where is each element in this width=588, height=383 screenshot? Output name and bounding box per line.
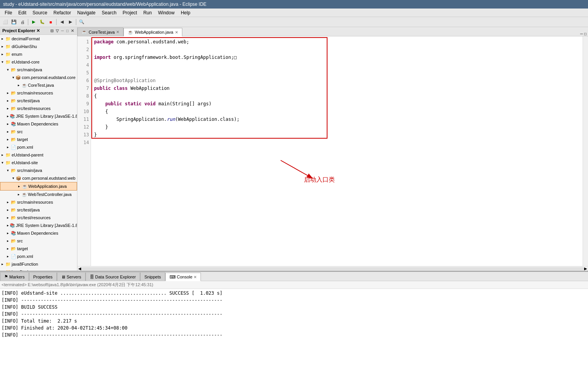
expand-arrow-enum[interactable]: ▸ <box>2 51 5 58</box>
expand-arrow-java8Function[interactable]: ▸ <box>2 261 5 268</box>
toolbar-search[interactable]: 🔍 <box>78 18 86 26</box>
sidebar-item-jsonStudy[interactable]: ▸📁jsonStudy <box>0 268 77 271</box>
expand-arrow-jre-site[interactable]: ▸ <box>7 222 9 229</box>
expand-arrow-WebApplication[interactable]: ▸ <box>18 183 21 190</box>
sidebar-item-pom-core[interactable]: ▸📄pom.xml <box>0 143 77 151</box>
tab-coretest[interactable]: ☕ CoreTest.java ✕ <box>77 27 123 36</box>
editor-minimize-icon[interactable]: ─ <box>580 32 583 36</box>
expand-arrow-eUdstand-site[interactable]: ▾ <box>2 159 5 166</box>
sidebar-item-src-main-java-core[interactable]: ▾📂src/main/java <box>0 66 77 74</box>
tab-properties[interactable]: Properties <box>29 272 57 281</box>
sidebar-item-jre-core[interactable]: ▸📚JRE System Library [JavaSE-1.8] <box>0 112 77 120</box>
sidebar-item-src-test-java-site[interactable]: ▸📂src/test/java <box>0 206 77 214</box>
right-scrollbar[interactable] <box>583 36 588 266</box>
console-close[interactable]: ✕ <box>194 275 197 279</box>
tab-markers[interactable]: ⚑ Markers <box>0 272 29 281</box>
expand-arrow-eUdstand-parent[interactable]: ▸ <box>2 151 5 158</box>
toolbar-debug[interactable]: 🐛 <box>38 18 46 26</box>
expand-arrow-diGuiHanShu[interactable]: ▸ <box>2 43 5 50</box>
expand-arrow-src-main-resources-core[interactable]: ▸ <box>7 89 10 96</box>
sidebar-item-src-core[interactable]: ▸📂src <box>0 128 77 136</box>
expand-arrow-pom-site[interactable]: ▸ <box>7 253 10 260</box>
expand-arrow-src-test-java-site[interactable]: ▸ <box>7 206 10 213</box>
expand-arrow-com-personal-web[interactable]: ▾ <box>12 175 15 182</box>
scroll-left-icon[interactable]: ◀ <box>78 266 81 271</box>
expand-arrow-src-main-java-core[interactable]: ▾ <box>7 66 10 73</box>
menu-navigate[interactable]: Navigate <box>74 9 98 16</box>
tab-servers[interactable]: 🖥 Servers <box>57 272 86 281</box>
expand-arrow-src-main-java-site[interactable]: ▾ <box>7 167 10 174</box>
sidebar-content[interactable]: ▸📁decimalFormat▸📁diGuiHanShu▸📁enum▾📁eUds… <box>0 35 77 271</box>
tab-coretest-close[interactable]: ✕ <box>116 30 119 34</box>
sidebar-item-com-personal-core[interactable]: ▾📦com.personal.eudstand.core <box>0 74 77 81</box>
sidebar-item-jre-site[interactable]: ▸📚JRE System Library [JavaSE-1.8] <box>0 222 77 229</box>
menu-search[interactable]: Search <box>99 9 120 16</box>
sidebar-item-target-site[interactable]: ▸📂target <box>0 245 77 252</box>
sidebar-item-WebTestController[interactable]: ▸☕WebTestController.java <box>0 191 77 198</box>
sidebar-maximize[interactable]: □ <box>65 28 69 33</box>
expand-arrow-src-test-resources-site[interactable]: ▸ <box>7 214 10 221</box>
sidebar-collapse-all[interactable]: ⊟ <box>50 28 54 33</box>
expand-arrow-maven-site[interactable]: ▸ <box>7 230 10 237</box>
expand-arrow-target-site[interactable]: ▸ <box>7 245 10 252</box>
expand-arrow-src-core[interactable]: ▸ <box>7 128 10 135</box>
editor-scrollbar[interactable]: ◀ ▶ <box>77 266 588 271</box>
expand-arrow-com-personal-core[interactable]: ▾ <box>12 74 15 81</box>
expand-arrow-WebTestController[interactable]: ▸ <box>18 191 21 198</box>
expand-arrow-jre-core[interactable]: ▸ <box>7 113 9 120</box>
sidebar-item-target-core[interactable]: ▸📂target <box>0 136 77 143</box>
sidebar-item-maven-site[interactable]: ▸📚Maven Dependencies <box>0 229 77 237</box>
scroll-track[interactable] <box>81 267 584 270</box>
expand-arrow-src-main-resources-site[interactable]: ▸ <box>7 199 10 206</box>
sidebar-item-enum[interactable]: ▸📁enum <box>0 50 77 58</box>
toolbar-run[interactable]: ▶ <box>30 18 38 26</box>
menu-run[interactable]: Run <box>140 9 155 16</box>
expand-arrow-CoreTest[interactable]: ▸ <box>18 82 21 89</box>
expand-arrow-src-test-java-core[interactable]: ▸ <box>7 97 10 104</box>
editor-maximize-icon[interactable]: □ <box>584 32 586 36</box>
toolbar-stop[interactable]: ■ <box>47 18 55 26</box>
sidebar-item-eUdstand-site[interactable]: ▾📁eUdstand-site <box>0 159 77 167</box>
sidebar-item-diGuiHanShu[interactable]: ▸📁diGuiHanShu <box>0 43 77 50</box>
sidebar-item-src-test-resources-site[interactable]: ▸📂src/test/resources <box>0 214 77 222</box>
toolbar-back[interactable]: ◀ <box>58 18 66 26</box>
menu-project[interactable]: Project <box>120 9 140 16</box>
sidebar-item-CoreTest[interactable]: ▸☕CoreTest.java <box>0 81 77 89</box>
sidebar-item-eUdstand-core[interactable]: ▾📁eUdstand-core <box>0 58 77 66</box>
expand-arrow-decimalFormat[interactable]: ▸ <box>2 35 5 42</box>
sidebar-item-pom-site[interactable]: ▸📄pom.xml <box>0 252 77 260</box>
sidebar-menu[interactable]: ▽ <box>55 28 60 33</box>
tab-webapplication-close[interactable]: ✕ <box>175 30 178 34</box>
sidebar-item-eUdstand-parent[interactable]: ▸📁eUdstand-parent <box>0 151 77 159</box>
sidebar-item-maven-core[interactable]: ▸📚Maven Dependencies <box>0 120 77 128</box>
menu-help[interactable]: Help <box>178 9 194 16</box>
menu-window[interactable]: Window <box>155 9 178 16</box>
menu-source[interactable]: Source <box>29 9 50 16</box>
tab-console[interactable]: ⌨ Console ✕ <box>165 273 201 281</box>
sidebar-item-src-test-java-core[interactable]: ▸📂src/test/java <box>0 97 77 105</box>
expand-arrow-eUdstand-core[interactable]: ▾ <box>2 58 5 65</box>
expand-arrow-maven-core[interactable]: ▸ <box>7 120 10 127</box>
sidebar-item-src-test-resources-core[interactable]: ▸📂src/test/resources <box>0 105 77 112</box>
sidebar-item-src-main-resources-core[interactable]: ▸📂src/main/resources <box>0 89 77 97</box>
sidebar-item-com-personal-web[interactable]: ▾📦com.personal.eudstand.web <box>0 174 77 182</box>
expand-arrow-src-test-resources-core[interactable]: ▸ <box>7 105 10 112</box>
sidebar-item-src-main-resources-site[interactable]: ▸📂src/main/resources <box>0 198 77 206</box>
toolbar-forward[interactable]: ▶ <box>67 18 74 26</box>
tab-datasource[interactable]: 🗄 Data Source Explorer <box>86 272 140 281</box>
code-area[interactable]: package com.personal.eudstand.web; impor… <box>91 36 583 266</box>
sidebar-item-src-site[interactable]: ▸📂src <box>0 237 77 245</box>
sidebar-item-WebApplication[interactable]: ▸☕WebApplication.java <box>0 182 77 191</box>
tab-webapplication[interactable]: ☕ WebApplication.java ✕ <box>123 28 182 36</box>
toolbar-save[interactable]: 💾 <box>10 18 18 26</box>
toolbar-print[interactable]: 🖨 <box>19 18 26 26</box>
sidebar-item-decimalFormat[interactable]: ▸📁decimalFormat <box>0 35 77 43</box>
scroll-right-icon[interactable]: ▶ <box>584 266 587 271</box>
expand-arrow-pom-core[interactable]: ▸ <box>7 144 10 151</box>
expand-arrow-target-core[interactable]: ▸ <box>7 136 10 143</box>
sidebar-item-src-main-java-site[interactable]: ▾📂src/main/java <box>0 167 77 174</box>
toolbar-new[interactable]: ⬜ <box>2 18 9 26</box>
sidebar-minimize[interactable]: ─ <box>60 28 65 33</box>
tab-snippets[interactable]: Snippets <box>140 272 165 281</box>
menu-edit[interactable]: Edit <box>15 9 29 16</box>
